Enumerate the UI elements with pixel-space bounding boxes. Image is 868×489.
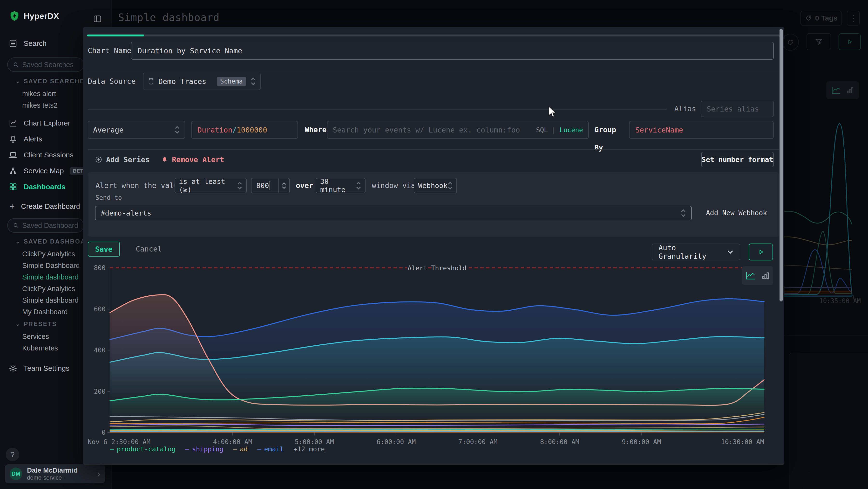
modal-scrollbar[interactable] — [779, 29, 783, 301]
saved-searches-header[interactable]: ⌄ SAVED SEARCHES — [16, 78, 89, 85]
saved-dashboards-input[interactable] — [22, 221, 78, 230]
chevron-right-icon: › — [97, 469, 100, 479]
list-item[interactable]: Services — [22, 331, 58, 342]
number-token: 1000000 — [237, 126, 267, 134]
alert-threshold-input[interactable]: 800 — [251, 178, 290, 193]
text-caret — [270, 181, 270, 190]
sidebar-item-client-sessions[interactable]: Client Sessions — [9, 150, 73, 160]
legend-swatch: — — [233, 445, 237, 453]
chart-type-toggle[interactable] — [742, 266, 773, 285]
sidebar-item-dashboards[interactable]: Dashboards — [9, 181, 65, 192]
list-item[interactable]: Simple dashboard — [22, 294, 80, 306]
svg-text:6:00:00 AM: 6:00:00 AM — [377, 438, 416, 445]
sidebar-item-label: Client Sessions — [24, 151, 73, 159]
svg-text:5:00:00 AM: 5:00:00 AM — [295, 438, 334, 445]
svg-text:9:00:00 AM: 9:00:00 AM — [622, 438, 661, 445]
user-name: Dale McDiarmid — [27, 466, 92, 474]
add-series-button[interactable]: Add Series — [95, 152, 150, 167]
alert-window-select[interactable]: 30 minute — [316, 178, 366, 193]
logs-icon — [9, 39, 18, 48]
saved-dashboards-search[interactable] — [7, 218, 84, 233]
sidebar-item-service-map[interactable]: Service Map BETA — [9, 166, 90, 176]
service-map-icon — [9, 167, 18, 175]
line-chart-icon — [745, 271, 756, 280]
bell-icon — [9, 135, 18, 143]
schema-badge: Schema — [217, 77, 246, 86]
list-item[interactable]: Kubernetes — [22, 342, 58, 354]
list-item[interactable]: ClickPy Analytics — [22, 283, 80, 294]
saved-searches-input[interactable] — [22, 61, 78, 69]
timeseries-chart: 0200400600800Nov 6 2:30:00 AM4:00:00 AM5… — [83, 264, 784, 457]
alert-condition-select[interactable]: is at least (≥) — [175, 178, 247, 193]
data-source-label: Data Source — [88, 73, 136, 90]
field-token: Duration — [197, 126, 232, 134]
set-number-format-button[interactable]: Set number format — [701, 152, 774, 167]
sidebar-item-label: Dashboards — [24, 183, 65, 191]
user-menu[interactable]: DM Dale McDiarmid demo-service - › — [5, 464, 105, 483]
save-button[interactable]: Save — [88, 241, 120, 257]
modal-progress-accent — [87, 34, 144, 36]
search-icon — [12, 61, 19, 68]
data-source-select[interactable]: Demo Traces Schema — [143, 73, 261, 90]
granularity-select[interactable]: Auto Granularity — [652, 243, 740, 260]
app-logo[interactable]: HyperDX — [10, 10, 59, 21]
send-to-label: Send to — [95, 193, 122, 202]
legend-item[interactable]: —ad — [233, 445, 248, 453]
list-item[interactable]: Simple Dashboard — [22, 260, 80, 271]
sidebar-item-team-settings[interactable]: Team Settings — [9, 363, 69, 374]
list-item[interactable]: mikes tets2 — [22, 99, 58, 111]
alert-channel-select[interactable]: Webhook — [414, 178, 457, 193]
chart-legend: —product-catalog—shipping—ad—email+12 mo… — [110, 445, 325, 453]
alert-over-text: over — [296, 178, 313, 193]
number-stepper[interactable] — [278, 178, 289, 193]
create-dashboard-button[interactable]: + Create Dashboard — [10, 201, 80, 211]
sidebar-item-label: Alerts — [24, 135, 42, 143]
alert-prefix-text: Alert when the value — [95, 178, 183, 193]
chevron-down-icon: ⌄ — [16, 238, 20, 245]
field-expression-input[interactable]: Duration/1000000 — [191, 121, 298, 139]
sidebar-item-search[interactable]: Search — [9, 38, 46, 49]
aggregation-select[interactable]: Average — [88, 121, 185, 139]
bell-icon — [161, 156, 168, 163]
legend-item[interactable]: —shipping — [185, 445, 223, 453]
legend-more-link[interactable]: +12 more — [293, 445, 325, 453]
list-item[interactable]: My Dashboard — [22, 306, 80, 318]
select-chevrons-icon — [237, 181, 242, 190]
hyperdx-logo-icon — [10, 10, 19, 21]
presets-list: ServicesKubernetes — [22, 331, 58, 354]
add-new-webhook-button[interactable]: Add New Webhook — [706, 206, 767, 220]
where-search-input[interactable]: Search your events w/ Lucene ex. column:… — [327, 121, 589, 139]
group-by-input[interactable]: ServiceName — [629, 121, 774, 139]
list-item[interactable]: mikes alert — [22, 88, 58, 99]
webhook-select[interactable]: #demo-alerts — [95, 206, 692, 220]
lucene-toggle[interactable]: Lucene — [559, 126, 583, 134]
svg-text:10:30:00 AM: 10:30:00 AM — [721, 438, 764, 445]
legend-item[interactable]: —product-catalog — [110, 445, 176, 453]
chart-explorer-icon — [9, 119, 18, 127]
svg-text:7:00:00 AM: 7:00:00 AM — [458, 438, 498, 445]
sidebar-collapse-icon[interactable] — [92, 13, 103, 24]
alias-input[interactable]: Series alias — [701, 100, 774, 117]
svg-text:400: 400 — [94, 346, 105, 354]
sidebar-item-chart-explorer[interactable]: Chart Explorer — [9, 118, 70, 128]
plus-icon: + — [10, 201, 15, 211]
svg-text:4:00:00 AM: 4:00:00 AM — [213, 438, 252, 445]
alert-config-panel: Alert when the value is at least (≥) 800… — [88, 172, 779, 237]
presets-header[interactable]: ⌄ PRESETS — [16, 320, 57, 327]
legend-swatch: — — [185, 445, 189, 453]
help-button[interactable]: ? — [6, 448, 19, 461]
legend-swatch: — — [257, 445, 261, 453]
select-chevrons-icon — [356, 181, 361, 190]
remove-alert-button[interactable]: Remove Alert — [161, 152, 224, 167]
list-item[interactable]: ClickPy Analytics — [22, 248, 80, 260]
cancel-button[interactable]: Cancel — [136, 241, 162, 257]
run-chart-button[interactable] — [749, 243, 773, 260]
list-item[interactable]: Simple dashboard — [22, 271, 80, 283]
sidebar-item-alerts[interactable]: Alerts — [9, 134, 42, 144]
saved-searches-search[interactable] — [7, 57, 84, 72]
legend-item[interactable]: —email — [257, 445, 284, 453]
chart-name-input[interactable]: Duration by Service Name — [131, 42, 774, 60]
select-chevrons-icon — [447, 181, 453, 190]
svg-text:0: 0 — [102, 429, 105, 436]
sql-toggle[interactable]: SQL — [536, 126, 548, 134]
